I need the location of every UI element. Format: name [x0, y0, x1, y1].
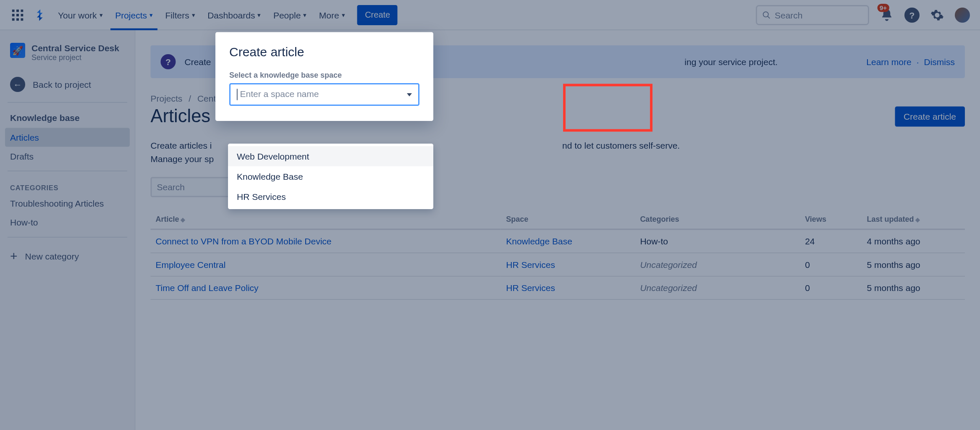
space-select-placeholder: Enter a space name — [240, 89, 319, 99]
chevron-down-icon — [407, 93, 412, 96]
dropdown-option[interactable]: HR Services — [228, 186, 433, 207]
space-select-input[interactable]: Enter a space name — [229, 83, 419, 106]
space-select-dropdown: Web Development Knowledge Base HR Servic… — [228, 144, 433, 209]
modal-title: Create article — [229, 45, 419, 60]
dropdown-option[interactable]: Web Development — [228, 146, 433, 166]
dropdown-option[interactable]: Knowledge Base — [228, 166, 433, 186]
create-article-modal: Create article Select a knowledge base s… — [215, 32, 433, 121]
modal-overlay[interactable] — [0, 0, 980, 430]
modal-field-label: Select a knowledge base space — [229, 71, 419, 79]
